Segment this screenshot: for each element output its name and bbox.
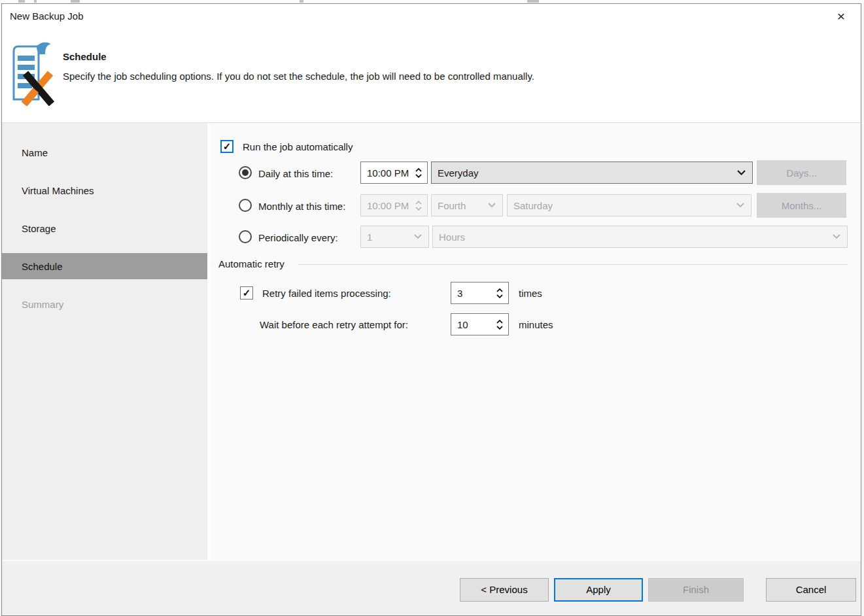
daily-time-spinner[interactable]: 10:00 PM — [360, 162, 428, 184]
monthly-label: Monthly at this time: — [258, 200, 345, 213]
months-button: Months... — [757, 193, 846, 218]
monthly-radio[interactable] — [239, 199, 252, 212]
new-backup-job-dialog: New Backup Job × Schedule Specify the jo… — [1, 3, 861, 616]
step-title: Schedule — [63, 51, 107, 62]
chevron-down-icon — [737, 170, 752, 175]
wizard-steps-sidebar: Name Virtual Machines Storage Schedule S… — [2, 123, 209, 560]
days-button: Days... — [757, 160, 846, 185]
daily-period-dropdown[interactable]: Everyday — [431, 162, 753, 184]
daily-radio[interactable] — [239, 166, 252, 179]
run-job-automatically-checkbox[interactable]: ✓ — [220, 140, 233, 153]
sidebar-item-schedule[interactable]: Schedule — [2, 253, 207, 279]
previous-button[interactable]: < Previous — [460, 578, 549, 602]
daily-label: Daily at this time: — [258, 167, 333, 180]
spinner-arrows-icon[interactable] — [496, 288, 508, 298]
sidebar-item-summary: Summary — [2, 285, 207, 323]
wait-minutes-spinner[interactable]: 10 — [451, 313, 509, 335]
wizard-header: Schedule Specify the job scheduling opti… — [2, 29, 861, 123]
chevron-down-icon — [736, 203, 751, 208]
chevron-down-icon — [414, 234, 428, 239]
periodically-unit-dropdown: Hours — [432, 226, 848, 248]
retry-times-suffix: times — [519, 287, 542, 300]
dialog-footer: < Previous Apply Finish Cancel — [2, 560, 861, 615]
sidebar-item-name[interactable]: Name — [2, 133, 207, 171]
retry-count-spinner[interactable]: 3 — [451, 282, 509, 304]
title-bar: New Backup Job × — [2, 4, 861, 29]
schedule-settings-panel: ✓ Run the job automatically Daily at thi… — [210, 123, 861, 560]
automatic-retry-group-title: Automatic retry — [218, 258, 285, 271]
chevron-down-icon — [488, 203, 502, 208]
cancel-button[interactable]: Cancel — [766, 578, 856, 602]
spinner-arrows-icon[interactable] — [415, 168, 427, 178]
check-icon: ✓ — [243, 287, 251, 299]
monthly-weekday-dropdown: Saturday — [507, 194, 752, 216]
retry-failed-items-label: Retry failed items processing: — [262, 287, 391, 300]
periodically-label: Periodically every: — [258, 231, 338, 245]
monthly-ordinal-dropdown: Fourth — [431, 194, 503, 216]
chevron-down-icon — [833, 234, 847, 239]
close-icon[interactable]: × — [832, 8, 850, 25]
sidebar-item-storage[interactable]: Storage — [2, 209, 207, 247]
run-job-automatically-label: Run the job automatically — [243, 141, 353, 154]
sidebar-item-virtual-machines[interactable]: Virtual Machines — [2, 171, 207, 209]
finish-button: Finish — [648, 578, 744, 602]
wait-minutes-suffix: minutes — [519, 318, 553, 332]
apply-button[interactable]: Apply — [554, 578, 643, 602]
step-description: Specify the job scheduling options. If y… — [63, 71, 534, 82]
spinner-arrows-icon[interactable] — [496, 320, 508, 330]
group-divider — [298, 264, 848, 265]
monthly-time-spinner: 10:00 PM — [360, 194, 428, 216]
spinner-arrows-icon — [415, 201, 427, 211]
periodically-interval-dropdown: 1 — [360, 226, 429, 248]
check-icon: ✓ — [223, 141, 232, 152]
schedule-step-icon — [9, 41, 54, 106]
wait-before-retry-label: Wait before each retry attempt for: — [260, 318, 408, 332]
periodically-radio[interactable] — [239, 230, 252, 243]
retry-failed-items-checkbox[interactable]: ✓ — [240, 286, 253, 299]
window-title: New Backup Job — [10, 10, 84, 22]
